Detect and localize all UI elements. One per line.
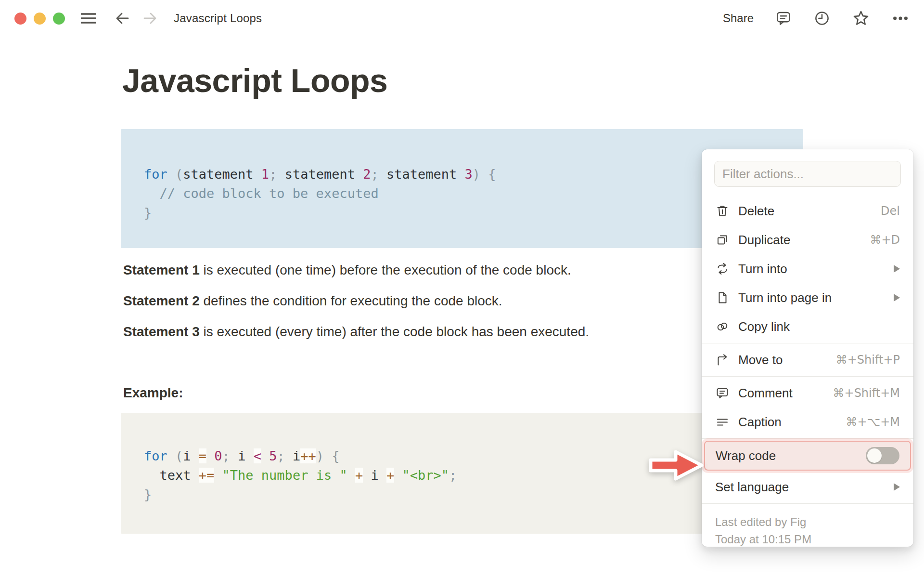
updates-clock-icon[interactable]	[813, 10, 831, 27]
menu-item-turn-into[interactable]: Turn into	[702, 254, 913, 283]
page-icon	[715, 290, 730, 305]
menu-divider	[702, 376, 913, 377]
menu-item-copy-link[interactable]: Copy link	[702, 312, 913, 341]
menu-item-duplicate[interactable]: Duplicate ⌘+D	[702, 225, 913, 254]
more-options-ellipsis-icon[interactable]	[891, 9, 910, 27]
zoom-window-button[interactable]	[53, 13, 65, 25]
menu-item-turn-into-page-in[interactable]: Turn into page in	[702, 283, 913, 312]
share-button[interactable]: Share	[723, 12, 754, 25]
submenu-arrow-icon	[894, 294, 900, 302]
sidebar-menu-icon[interactable]	[79, 10, 98, 26]
menu-divider	[702, 343, 913, 343]
move-to-icon	[715, 353, 730, 367]
shortcut-label: ⌘+Shift+M	[833, 386, 900, 400]
turn-into-icon	[715, 262, 730, 276]
filter-actions-input[interactable]	[714, 161, 901, 187]
back-arrow-icon[interactable]	[114, 10, 130, 26]
shortcut-label: ⌘+⌥+M	[846, 415, 900, 429]
statement-1-paragraph: Statement 1 is executed (one time) befor…	[123, 262, 589, 278]
shortcut-label: Del	[881, 204, 900, 218]
forward-arrow-icon[interactable]	[142, 10, 158, 26]
filter-actions-container	[702, 149, 913, 197]
last-edited-by: Last edited by Fig	[715, 513, 900, 531]
menu-item-delete[interactable]: Delete Del	[702, 197, 913, 225]
menu-footer: Last edited by Fig Today at 10:15 PM	[702, 506, 913, 547]
page-title: Javascript Loops	[122, 62, 387, 99]
link-icon	[715, 319, 730, 334]
menu-item-caption[interactable]: Caption ⌘+⌥+M	[702, 407, 913, 436]
toggle-knob	[867, 448, 882, 463]
trash-icon	[715, 204, 730, 218]
wrap-code-toggle-off[interactable]	[866, 447, 899, 464]
duplicate-icon	[715, 233, 730, 247]
submenu-arrow-icon	[894, 483, 900, 491]
body-text: Statement 1 is executed (one time) befor…	[123, 262, 589, 355]
minimize-window-button[interactable]	[34, 13, 46, 25]
caption-icon	[715, 415, 730, 429]
title-bar: Javascript Loops Share	[0, 0, 924, 37]
block-actions-menu: Delete Del Duplicate ⌘+D Turn into Turn …	[702, 149, 913, 547]
menu-item-wrap-code[interactable]: Wrap code	[704, 441, 911, 471]
comment-icon	[715, 386, 730, 400]
shortcut-label: ⌘+D	[870, 233, 900, 247]
menu-item-move-to[interactable]: Move to ⌘+Shift+P	[702, 345, 913, 374]
breadcrumb-page-title: Javascript Loops	[174, 12, 262, 25]
annotation-arrow-icon	[647, 445, 706, 486]
menu-divider	[702, 438, 913, 439]
close-window-button[interactable]	[14, 13, 26, 25]
last-edited-time: Today at 10:15 PM	[715, 531, 900, 547]
statement-3-paragraph: Statement 3 is executed (every time) aft…	[123, 324, 589, 340]
shortcut-label: ⌘+Shift+P	[836, 353, 900, 367]
app-window: Javascript Loops Share Javascript Loops …	[0, 0, 924, 578]
favorite-star-icon[interactable]	[852, 9, 870, 27]
menu-item-set-language[interactable]: Set language	[702, 473, 913, 501]
statement-2-paragraph: Statement 2 defines the condition for ex…	[123, 293, 589, 309]
traffic-lights	[14, 13, 65, 25]
menu-item-comment[interactable]: Comment ⌘+Shift+M	[702, 379, 913, 407]
code-block-syntax[interactable]: for (statement 1; statement 2; statement…	[121, 129, 803, 248]
comments-icon[interactable]	[775, 10, 792, 27]
submenu-arrow-icon	[894, 265, 900, 273]
menu-divider	[702, 503, 913, 504]
example-heading: Example:	[123, 385, 183, 401]
